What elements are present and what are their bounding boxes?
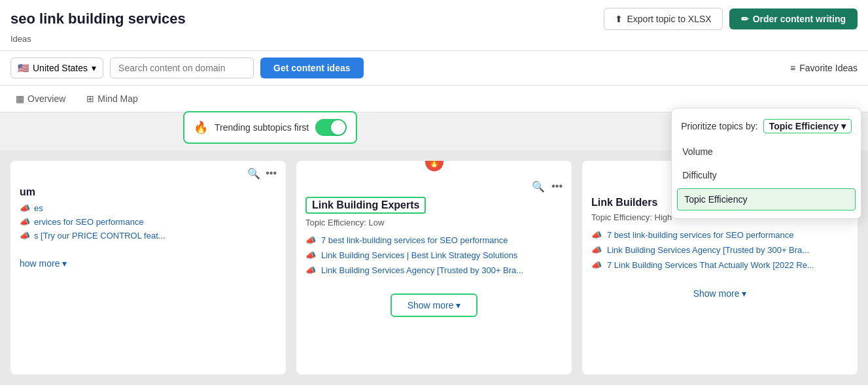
edit-icon: ✏	[741, 14, 749, 24]
export-button[interactable]: ⬆ Export topic to XLSX	[604, 8, 722, 30]
show-more-link[interactable]: how more ▾	[20, 258, 67, 269]
trending-subtopics-box: 🔥 Trending subtopics first	[183, 111, 357, 144]
partial-title: um	[10, 186, 286, 198]
mind-map-icon: ⊞	[86, 93, 94, 104]
chevron-down-icon: ▾	[742, 288, 746, 299]
show-more-button[interactable]: Show more ▾	[391, 293, 478, 317]
favorite-ideas-button[interactable]: ≡ Favorite Ideas	[790, 63, 858, 73]
card-efficiency-label: Topic Efficiency: Low	[296, 218, 572, 227]
serp-list: 📣 7 best link-building services for SEO …	[296, 235, 572, 275]
megaphone-icon: 📣	[305, 250, 316, 260]
chevron-down-icon: ▾	[92, 63, 96, 73]
header: seo link building services ⬆ Export topi…	[0, 0, 868, 51]
fire-badge: 🔥	[425, 161, 443, 171]
tab-overview[interactable]: ▦ Overview	[10, 91, 71, 107]
dropdown-item-volume[interactable]: Volume	[672, 140, 861, 163]
dropdown-item-difficulty[interactable]: Difficulty	[672, 163, 861, 187]
show-more-area: how more ▾	[10, 250, 286, 277]
tab-mind-map[interactable]: ⊞ Mind Map	[81, 91, 143, 107]
serp-item[interactable]: 📣 ervices for SEO performance	[20, 217, 277, 227]
card-partial-left: 🔍 ••• um 📣 es 📣 ervices for SEO performa…	[10, 161, 286, 375]
breadcrumb: Ideas	[10, 33, 858, 45]
prioritize-header: Prioritize topics by: Topic Efficiency ▾	[672, 115, 861, 140]
toggle-knob	[331, 120, 345, 135]
serp-item[interactable]: 📣 7 best link-building services for SEO …	[305, 235, 563, 245]
serp-item[interactable]: 📣 7 best link-building services for SEO …	[591, 230, 848, 240]
megaphone-icon: 📣	[20, 203, 30, 213]
serp-item[interactable]: 📣 Link Building Services Agency [Trusted…	[591, 245, 848, 255]
megaphone-icon: 📣	[591, 245, 602, 255]
prioritize-dropdown: Prioritize topics by: Topic Efficiency ▾…	[671, 108, 861, 219]
card-topic-title: Link Building Experts	[305, 197, 426, 214]
upload-icon: ⬆	[615, 14, 623, 24]
megaphone-icon: 📣	[20, 217, 30, 227]
country-label: United States	[33, 63, 88, 73]
megaphone-icon: 📣	[591, 260, 602, 270]
list-icon: ≡	[790, 63, 795, 73]
more-options-icon[interactable]: •••	[551, 180, 563, 193]
megaphone-icon: 📣	[305, 235, 316, 245]
more-icon[interactable]: •••	[266, 167, 277, 180]
search-icon[interactable]: 🔍	[247, 167, 260, 180]
show-more-link[interactable]: Show more ▾	[693, 288, 747, 299]
order-content-button[interactable]: ✏ Order content writing	[729, 8, 858, 29]
dropdown-item-topic-efficiency[interactable]: Topic Efficiency	[677, 188, 856, 210]
search-icon[interactable]: 🔍	[532, 180, 545, 193]
show-more-area: Show more ▾	[296, 280, 572, 327]
fire-icon: 🔥	[194, 120, 208, 135]
page-title: seo link building services	[10, 10, 186, 27]
serp-list: 📣 7 best link-building services for SEO …	[582, 230, 858, 270]
toolbar: 🇺🇸 United States ▾ Get content ideas ≡ F…	[0, 51, 868, 86]
serp-item[interactable]: 📣 s [Try our PRICE CONTROL feat...	[20, 231, 277, 241]
serp-item[interactable]: 📣 Link Building Services Agency [Trusted…	[305, 265, 563, 275]
megaphone-icon: 📣	[591, 230, 602, 240]
serp-item[interactable]: 📣 Link Building Services | Best Link Str…	[305, 250, 563, 260]
overview-icon: ▦	[16, 93, 24, 104]
header-actions: ⬆ Export topic to XLSX ✏ Order content w…	[604, 8, 858, 30]
search-domain-input[interactable]	[110, 58, 254, 78]
get-content-ideas-button[interactable]: Get content ideas	[260, 58, 363, 78]
country-selector[interactable]: 🇺🇸 United States ▾	[10, 58, 103, 78]
megaphone-icon: 📣	[305, 265, 316, 275]
serp-item[interactable]: 📣 7 Link Building Services That Actually…	[591, 260, 848, 270]
trending-toggle[interactable]	[315, 119, 347, 136]
megaphone-icon: 📣	[20, 231, 30, 241]
prioritize-label: Prioritize topics by:	[681, 121, 757, 131]
partial-serp-list: 📣 es 📣 ervices for SEO performance 📣 s […	[10, 198, 286, 250]
serp-item[interactable]: 📣 es	[20, 203, 277, 213]
chevron-down-icon: ▾	[456, 300, 460, 310]
flag-icon: 🇺🇸	[18, 63, 29, 73]
card-link-building-experts: 🔥 🔍 ••• Link Building Experts Topic Effi…	[296, 161, 572, 375]
show-more-area: Show more ▾	[582, 275, 858, 309]
trending-label: Trending subtopics first	[215, 122, 309, 133]
header-top: seo link building services ⬆ Export topi…	[10, 8, 858, 30]
chevron-down-icon: ▾	[841, 121, 846, 131]
prioritize-selected[interactable]: Topic Efficiency ▾	[763, 119, 852, 133]
